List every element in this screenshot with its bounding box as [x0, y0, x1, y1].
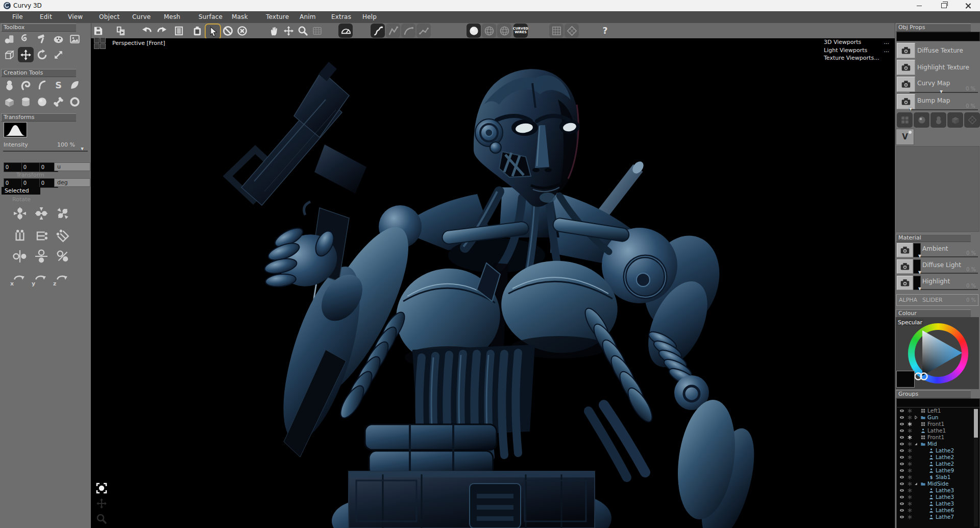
help-button[interactable]	[598, 23, 612, 38]
tree-row-lathe3-14[interactable]: Lathe3	[897, 500, 979, 507]
menu-item-mesh[interactable]: Mesh	[164, 13, 180, 20]
tree-row-lathe3-13[interactable]: Lathe3	[897, 494, 979, 500]
menu-item-curve[interactable]: Curve	[132, 13, 151, 20]
draw-curve-button[interactable]	[371, 23, 385, 38]
visibility-eye-icon[interactable]	[899, 448, 905, 453]
highlight-slider-thumb[interactable]: ▼	[918, 286, 921, 291]
create-curve[interactable]	[34, 77, 50, 92]
expander-collapsed-icon[interactable]	[913, 415, 919, 420]
wire-sphere-b-button[interactable]	[497, 23, 511, 38]
unit-select-deg[interactable]: deg	[54, 178, 90, 187]
tool-sculpt[interactable]	[18, 31, 34, 46]
draw-segments-button[interactable]	[416, 23, 431, 38]
highlight-texture-slot[interactable]	[897, 60, 915, 75]
rotate-90-y-button[interactable]: y	[31, 268, 50, 288]
curvy-map-slider[interactable]	[910, 92, 978, 93]
flip-x-button[interactable]	[10, 246, 30, 267]
visibility-eye-icon[interactable]	[899, 508, 905, 513]
rotate-90-z-button[interactable]: z	[52, 268, 71, 288]
curvy-map-slot[interactable]	[897, 77, 915, 92]
specular-color-swatch[interactable]	[896, 371, 915, 388]
flip-y-button[interactable]	[32, 246, 51, 267]
visibility-eye-icon[interactable]	[899, 514, 905, 520]
groups-filter-input[interactable]	[896, 398, 980, 407]
lock-asterisk-icon[interactable]	[907, 421, 913, 427]
minimize-button[interactable]	[908, 0, 931, 11]
draw-polyline-button[interactable]	[386, 23, 400, 38]
lock-asterisk-icon[interactable]	[907, 448, 913, 453]
menu-item-file[interactable]: File	[12, 13, 23, 20]
visibility-eye-icon[interactable]	[899, 441, 905, 447]
undo-button[interactable]	[140, 23, 154, 38]
focus-view-button[interactable]	[95, 482, 108, 495]
create-cube[interactable]	[2, 94, 17, 109]
rotate-90-x-button[interactable]: x	[9, 268, 29, 288]
lock-asterisk-icon[interactable]	[907, 494, 913, 500]
maximize-button[interactable]	[932, 0, 955, 11]
texture-preset-sphere-button[interactable]	[914, 112, 929, 128]
diffuse-light-texture-slot[interactable]	[897, 259, 913, 274]
shaded-sphere-button[interactable]	[467, 23, 481, 38]
lock-asterisk-icon[interactable]	[907, 501, 913, 507]
tree-row-gun-1[interactable]: Gun	[897, 414, 979, 421]
cut-button[interactable]	[172, 23, 186, 38]
menu-item-extras[interactable]: Extras	[331, 13, 351, 20]
visibility-eye-icon[interactable]	[899, 408, 905, 414]
menu-item-edit[interactable]: Edit	[40, 13, 52, 20]
create-s-shape[interactable]	[51, 77, 66, 92]
flip-z-button[interactable]	[53, 246, 72, 267]
lock-asterisk-icon[interactable]	[907, 435, 913, 440]
create-ring[interactable]	[67, 94, 83, 109]
pan-view-button[interactable]	[95, 497, 108, 510]
texture-preset-cube-button[interactable]	[947, 112, 963, 128]
create-cylinder[interactable]	[18, 94, 34, 109]
tree-row-mid-5[interactable]: Mid	[897, 441, 979, 447]
ambient-slider[interactable]	[919, 256, 978, 257]
tool-paint[interactable]	[51, 31, 66, 46]
create-sphere[interactable]	[34, 94, 50, 109]
wire-sphere-a-button[interactable]	[482, 23, 496, 38]
create-blob[interactable]	[2, 77, 17, 92]
texture-preset-blob-button[interactable]	[930, 112, 946, 128]
tool-move[interactable]	[18, 47, 34, 62]
bump-map-slider-thumb[interactable]: ▼	[909, 107, 912, 111]
visibility-eye-icon[interactable]	[899, 468, 905, 473]
menu-item-texture[interactable]: Texture	[266, 13, 289, 20]
visibility-eye-icon[interactable]	[899, 421, 905, 427]
highlight-material-slot[interactable]	[897, 276, 913, 290]
alpha-slider[interactable]: ALPHA SLIDER 0 %	[896, 294, 978, 306]
menu-item-anim[interactable]: Anim	[300, 13, 316, 20]
tree-row-lathe3-12[interactable]: Lathe3	[897, 487, 979, 494]
viewport-layout-button[interactable]	[94, 37, 106, 50]
visibility-eye-icon[interactable]	[899, 454, 905, 460]
visibility-eye-icon[interactable]	[899, 494, 905, 500]
viewport-menu-item-2[interactable]: Texture Viewports...	[824, 54, 889, 62]
lock-asterisk-icon[interactable]	[907, 461, 913, 467]
ambient-texture-slot[interactable]	[897, 243, 913, 257]
visibility-eye-icon[interactable]	[899, 415, 905, 420]
zoom-view-button[interactable]	[296, 23, 310, 38]
squash-diagonal-button[interactable]	[53, 203, 72, 224]
diffuse-texture-slot[interactable]	[897, 43, 915, 58]
mirror-diagonal-button[interactable]	[53, 226, 72, 246]
tree-row-lathe2-8[interactable]: Lathe2	[897, 461, 979, 467]
squash-vertical-button[interactable]	[10, 203, 30, 224]
magnify-view-button[interactable]	[95, 512, 108, 525]
groups-scrollbar-thumb[interactable]	[974, 409, 978, 438]
expander-expanded-icon[interactable]	[913, 481, 919, 487]
lock-asterisk-icon[interactable]	[907, 488, 913, 493]
delete-button[interactable]	[235, 23, 249, 38]
mirror-horizontal-button[interactable]	[10, 226, 30, 246]
expander-expanded-icon[interactable]	[913, 441, 919, 447]
save-button[interactable]	[91, 23, 105, 38]
bump-map-slot[interactable]	[897, 94, 915, 109]
diffuse-light-slider-thumb[interactable]: ▼	[918, 270, 921, 275]
tree-row-lathe9-9[interactable]: Lathe9	[897, 467, 979, 474]
visibility-eye-icon[interactable]	[899, 481, 905, 487]
visibility-eye-icon[interactable]	[899, 435, 905, 440]
texture-v-button[interactable]: V	[896, 129, 914, 145]
ambient-slider-thumb[interactable]: ▼	[918, 254, 921, 258]
menu-item-view[interactable]: View	[68, 13, 83, 20]
tree-row-midside-11[interactable]: MidSide	[897, 481, 979, 487]
pan-tool-button[interactable]	[267, 23, 281, 38]
